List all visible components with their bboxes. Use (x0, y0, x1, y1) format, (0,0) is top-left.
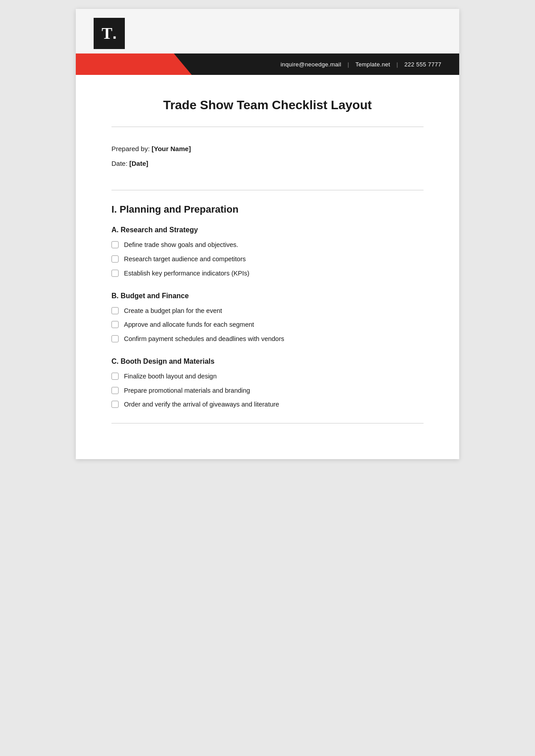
banner-website: Template.net (355, 61, 390, 68)
checkbox[interactable] (111, 335, 119, 342)
prepared-by-value: [Your Name] (152, 145, 191, 152)
date-value: [Date] (129, 160, 148, 167)
checkbox[interactable] (111, 255, 119, 263)
divider-meta (111, 190, 424, 190)
doc-content: Trade Show Team Checklist Layout Prepare… (76, 75, 459, 459)
subsection-booth: C. Booth Design and Materials Finalize b… (111, 357, 424, 410)
checklist-item-text: Approve and allocate funds for each segm… (124, 320, 254, 330)
subsection-c-title: C. Booth Design and Materials (111, 357, 424, 366)
banner-contact: inquire@neoedge.mail | Template.net | 22… (280, 61, 441, 68)
checklist-budget: Create a budget plan for the event Appro… (111, 306, 424, 344)
doc-title: Trade Show Team Checklist Layout (111, 97, 424, 113)
meta-section: Prepared by: [Your Name] Date: [Date] (111, 136, 424, 181)
section-title: I. Planning and Preparation (111, 204, 424, 215)
prepared-by-label: Prepared by: (111, 145, 152, 152)
checkbox[interactable] (111, 401, 119, 408)
prepared-by-line: Prepared by: [Your Name] (111, 144, 424, 154)
divider-top (111, 127, 424, 127)
date-line: Date: [Date] (111, 159, 424, 169)
banner-sep-1: | (347, 61, 349, 68)
divider-bottom (111, 423, 424, 423)
checklist-booth: Finalize booth layout and design Prepare… (111, 372, 424, 410)
checklist-item-text: Finalize booth layout and design (124, 372, 217, 382)
header-top: T. (76, 9, 459, 53)
logo-letter: T (102, 24, 112, 43)
subsection-research: A. Research and Strategy Define trade sh… (111, 226, 424, 278)
subsection-budget: B. Budget and Finance Create a budget pl… (111, 292, 424, 344)
checklist-item: Research target audience and competitors (111, 255, 424, 264)
checkbox[interactable] (111, 307, 119, 314)
checklist-item: Create a budget plan for the event (111, 306, 424, 316)
checkbox[interactable] (111, 321, 119, 328)
checklist-research: Define trade show goals and objectives. … (111, 240, 424, 278)
section-planning: I. Planning and Preparation A. Research … (111, 204, 424, 410)
checkbox[interactable] (111, 373, 119, 380)
checklist-item: Establish key performance indicators (KP… (111, 269, 424, 279)
banner-red-stripe (76, 53, 192, 75)
checklist-item: Approve and allocate funds for each segm… (111, 320, 424, 330)
banner-phone: 222 555 7777 (404, 61, 441, 68)
checkbox[interactable] (111, 270, 119, 277)
subsection-b-title: B. Budget and Finance (111, 292, 424, 300)
subsection-a-title: A. Research and Strategy (111, 226, 424, 234)
page: T. inquire@neoedge.mail | Template.net |… (76, 9, 459, 459)
checkbox[interactable] (111, 387, 119, 394)
checklist-item: Confirm payment schedules and deadlines … (111, 334, 424, 344)
checklist-item-text: Prepare promotional materials and brandi… (124, 386, 250, 396)
checkbox[interactable] (111, 241, 119, 248)
checklist-item: Order and verify the arrival of giveaway… (111, 400, 424, 410)
logo-dot: . (112, 24, 117, 43)
checklist-item-text: Order and verify the arrival of giveaway… (124, 400, 279, 410)
date-label: Date: (111, 160, 129, 167)
checklist-item-text: Define trade show goals and objectives. (124, 240, 238, 250)
checklist-item-text: Research target audience and competitors (124, 255, 246, 264)
checklist-item: Define trade show goals and objectives. (111, 240, 424, 250)
checklist-item-text: Establish key performance indicators (KP… (124, 269, 249, 279)
banner-email: inquire@neoedge.mail (280, 61, 341, 68)
banner-sep-2: | (396, 61, 398, 68)
checklist-item-text: Confirm payment schedules and deadlines … (124, 334, 284, 344)
banner: inquire@neoedge.mail | Template.net | 22… (76, 53, 459, 75)
logo-box: T. (94, 18, 125, 49)
checklist-item-text: Create a budget plan for the event (124, 306, 222, 316)
checklist-item: Prepare promotional materials and brandi… (111, 386, 424, 396)
checklist-item: Finalize booth layout and design (111, 372, 424, 382)
